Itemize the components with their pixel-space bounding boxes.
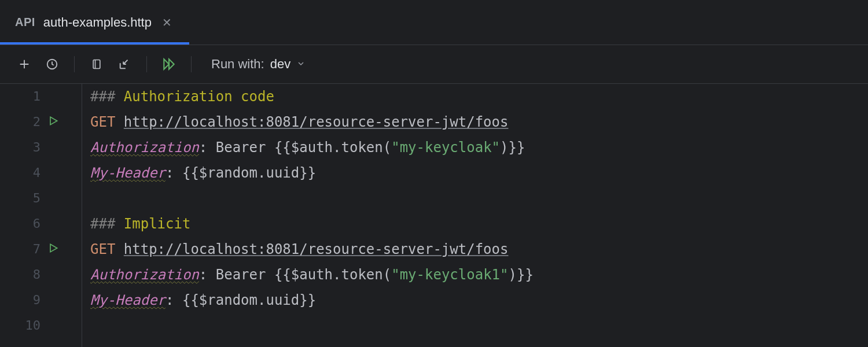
- code-token: ): [500, 139, 508, 156]
- gutter-row: 3: [0, 135, 82, 160]
- code-token: :: [165, 292, 182, 308]
- code-token: :: [199, 267, 216, 283]
- code-token: Implicit: [124, 216, 191, 232]
- play-icon: [47, 242, 59, 254]
- close-icon[interactable]: ✕: [160, 16, 174, 29]
- gutter-row: 6: [0, 211, 82, 237]
- run-all-icon: [161, 57, 176, 72]
- code-line[interactable]: [90, 186, 868, 211]
- gutter-row: 10: [0, 313, 82, 338]
- code-editor[interactable]: 12345678910 ### Authorization codeGET ht…: [0, 84, 868, 347]
- add-request-button[interactable]: [13, 53, 36, 76]
- code-line[interactable]: [90, 313, 868, 338]
- code-token: $random: [199, 165, 258, 181]
- code-token: {{: [182, 292, 199, 308]
- code-line[interactable]: ### Authorization code: [90, 84, 868, 109]
- gutter-row: 4: [0, 160, 82, 186]
- line-number: 8: [0, 262, 41, 287]
- run-with-label: Run with:: [211, 57, 264, 72]
- line-number: 5: [0, 186, 41, 211]
- code-token: $random: [199, 292, 258, 308]
- code-token: GET: [90, 114, 124, 130]
- line-number: 2: [0, 109, 41, 135]
- gutter-row: 9: [0, 287, 82, 313]
- line-number: 3: [0, 135, 41, 160]
- editor-code-area[interactable]: ### Authorization codeGET http://localho…: [82, 84, 868, 347]
- gutter-row: 2: [0, 109, 82, 135]
- gutter-row: 8: [0, 262, 82, 287]
- gutter-row: 7: [0, 237, 82, 262]
- code-token: {{: [274, 267, 291, 283]
- structure-icon: [91, 58, 102, 71]
- code-token: $auth: [291, 267, 333, 283]
- code-token: }}: [517, 267, 534, 283]
- code-token: Authorization: [90, 139, 199, 156]
- http-toolbar: Run with: dev: [0, 45, 868, 84]
- code-line[interactable]: My-Header: {{$random.uuid}}: [90, 287, 868, 313]
- code-token: Authorization: [90, 267, 199, 283]
- code-token: ###: [90, 216, 124, 232]
- code-token: Authorization code: [124, 88, 274, 105]
- code-token: {{: [274, 139, 291, 156]
- structure-button[interactable]: [85, 53, 108, 76]
- code-token: {{: [182, 165, 199, 181]
- code-token: Bearer: [216, 267, 274, 283]
- code-token: }}: [299, 292, 316, 308]
- import-button[interactable]: [113, 53, 136, 76]
- code-token: .: [258, 165, 266, 181]
- chevron-down-icon: [296, 57, 306, 72]
- code-line[interactable]: Authorization: Bearer {{$auth.token("my-…: [90, 262, 868, 287]
- code-token: "my-keycloak1": [391, 267, 508, 283]
- code-token: Bearer: [216, 139, 274, 156]
- code-token: http://localhost:8081/resource-server-jw…: [124, 241, 509, 257]
- tab-title: auth-examples.http: [43, 15, 152, 30]
- code-line[interactable]: Authorization: Bearer {{$auth.token("my-…: [90, 135, 868, 160]
- line-number: 10: [0, 313, 41, 338]
- run-all-button[interactable]: [157, 53, 181, 76]
- gutter-row: 5: [0, 186, 82, 211]
- editor-tabbar: API auth-examples.http ✕: [0, 0, 868, 45]
- code-token: .: [258, 292, 266, 308]
- play-icon: [47, 115, 59, 127]
- code-line[interactable]: GET http://localhost:8081/resource-serve…: [90, 237, 868, 262]
- code-token: uuid: [266, 165, 299, 181]
- code-token: .: [333, 139, 341, 156]
- history-button[interactable]: [41, 53, 64, 76]
- code-token: My-Header: [90, 292, 165, 308]
- code-token: ###: [90, 88, 124, 105]
- code-token: My-Header: [90, 165, 165, 181]
- run-with-env: dev: [270, 57, 290, 72]
- line-number: 4: [0, 160, 41, 186]
- run-request-button[interactable]: [47, 115, 61, 129]
- code-line[interactable]: GET http://localhost:8081/resource-serve…: [90, 109, 868, 135]
- tab-filetype-badge: API: [15, 16, 35, 29]
- tab-auth-examples[interactable]: API auth-examples.http ✕: [0, 0, 189, 45]
- code-line[interactable]: ### Implicit: [90, 211, 868, 237]
- run-with-selector[interactable]: Run with: dev: [211, 57, 306, 72]
- code-token: $auth: [291, 139, 333, 156]
- line-number: 9: [0, 287, 41, 313]
- line-number: 1: [0, 84, 41, 109]
- code-token: :: [165, 165, 182, 181]
- toolbar-separator: [146, 56, 147, 72]
- code-token: .: [333, 267, 341, 283]
- run-request-button[interactable]: [47, 242, 61, 256]
- plus-icon: [18, 58, 31, 71]
- code-token: token(: [341, 267, 392, 283]
- code-token: }}: [509, 139, 525, 156]
- line-number: 7: [0, 237, 41, 262]
- code-token: :: [199, 139, 216, 156]
- code-token: token(: [341, 139, 392, 156]
- line-number: 6: [0, 211, 41, 237]
- code-token: uuid: [266, 292, 299, 308]
- svg-rect-1: [93, 60, 100, 69]
- import-icon: [118, 58, 131, 71]
- code-token: GET: [90, 241, 124, 257]
- code-token: ): [509, 267, 517, 283]
- code-token: "my-keycloak": [391, 139, 500, 156]
- gutter-row: 1: [0, 84, 82, 109]
- editor-gutter: 12345678910: [0, 84, 82, 347]
- code-token: http://localhost:8081/resource-server-jw…: [124, 114, 509, 130]
- code-line[interactable]: My-Header: {{$random.uuid}}: [90, 160, 868, 186]
- code-token: }}: [299, 165, 316, 181]
